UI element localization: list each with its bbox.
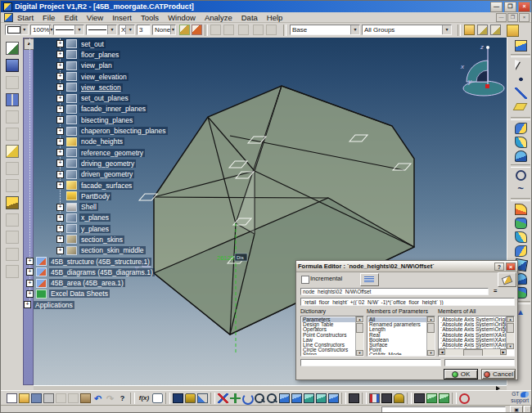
spline-tool-icon[interactable]: ~ [515,184,527,195]
revolve-surface-icon[interactable] [515,137,527,148]
undo-icon[interactable] [92,393,103,403]
expand-icon[interactable] [56,247,64,254]
render-style-icon[interactable] [349,393,359,403]
workbench-combo[interactable]: Base [290,25,360,35]
tree-item-facade-inner-planes[interactable]: facade_inner_planes [24,104,208,114]
scroll-right-icon[interactable] [500,349,507,355]
zoom-in-icon[interactable] [255,393,264,403]
context-help-icon[interactable]: ? [117,393,128,403]
child-minimize-button[interactable]: — [496,13,507,22]
save-icon[interactable] [31,393,42,403]
expand-icon[interactable] [56,116,64,123]
line-tool-icon[interactable] [515,88,527,99]
iso-view-icon[interactable] [304,393,314,403]
menu-window[interactable]: Window [168,13,196,22]
scroll-thumb[interactable] [427,323,435,333]
multi-view-icon[interactable] [291,393,302,403]
close-button[interactable]: × [518,2,530,12]
expand-icon[interactable] [56,182,64,189]
scroll-down-icon[interactable] [507,343,514,349]
point-tool-icon[interactable] [515,74,527,85]
expand-icon[interactable] [56,51,64,58]
fit-all-icon[interactable] [218,393,228,403]
expand-icon[interactable] [24,301,31,308]
tree-item-section-skin-middle[interactable]: section_skin_middle [24,245,208,256]
expand-icon[interactable] [56,95,64,102]
menu-file[interactable]: File [43,13,55,22]
zoom-out-icon[interactable] [267,393,277,403]
painter-icon[interactable] [179,25,190,35]
catalog-folder-icon[interactable] [464,25,475,35]
expand-icon[interactable] [56,236,64,243]
apply-material-icon[interactable] [414,393,425,403]
extrude-surface-icon[interactable] [515,123,527,134]
tag2-icon[interactable] [490,25,501,35]
menu-help[interactable]: Help [267,13,283,22]
minimize-button[interactable]: — [490,2,503,12]
tag-icon[interactable] [477,25,488,35]
expand-icon[interactable] [56,225,64,232]
wizard-icon[interactable] [192,25,202,35]
split-tool-icon[interactable] [515,245,527,257]
tree-item-45b-diagrams[interactable]: 45B_diagrams (45B_diagrams.1) [24,267,208,277]
scrollbar[interactable] [506,316,514,349]
expand-icon[interactable] [26,280,34,287]
expand-icon[interactable] [26,258,34,265]
help-button[interactable]: ? [494,263,504,271]
dictionary-list[interactable]: Parameters Design Table Operators Point … [300,316,364,357]
scroll-left-icon[interactable] [439,349,445,355]
scroll-up-icon[interactable] [427,316,435,322]
opacity-combo[interactable]: 100% [30,25,52,35]
columns-tool-icon[interactable] [6,93,19,106]
plane-tool-icon[interactable] [512,103,527,110]
list-item[interactable]: String [302,352,356,355]
groups-combo[interactable]: All Groups [362,25,452,35]
menu-tools[interactable]: Tools [141,13,159,22]
tree-item-view-section[interactable]: view_section [24,82,208,92]
tree-item-45b-area[interactable]: 45B_area (45B_area.1) [24,278,208,289]
tree-item-facade-surfaces[interactable]: facade_surfaces [24,180,208,191]
power-input[interactable] [381,406,506,413]
workbench-box-icon[interactable] [507,25,519,37]
sketch-tool-icon[interactable] [6,42,19,55]
iso-view-cube-icon[interactable] [515,40,527,52]
tree-item-shell[interactable]: Shell [24,201,208,212]
tree-item-chaperon-bisecting-planes[interactable]: chaperon_bisecting_planes [24,125,208,136]
scroll-thumb[interactable] [356,323,363,333]
incremental-checkbox[interactable] [301,276,309,284]
members-all-list[interactable]: `Absolute Axis System\Origin\X` `Absolut… [438,316,515,357]
thickness-combo[interactable]: 3 [137,25,151,35]
circle-tool-icon[interactable] [516,170,526,181]
tree-item-applications[interactable]: Applications [24,299,208,310]
tree-item-section-skins[interactable]: section_skins [24,234,208,245]
expand-icon[interactable] [56,138,64,146]
wireframe-view-icon[interactable] [328,393,339,403]
ok-button[interactable]: OK [444,369,478,379]
parameter-name-field[interactable]: node_heights\02_N/W\Offset [300,288,489,295]
eraser-tool-icon[interactable] [6,145,19,158]
tree-item-y-planes[interactable]: y_planes [24,223,208,234]
rotate-icon[interactable] [242,393,254,405]
expand-icon[interactable] [56,214,64,222]
annotation-icon[interactable] [152,393,163,403]
menu-data[interactable]: Data [241,13,258,22]
expand-icon[interactable] [56,105,64,113]
menu-insert[interactable]: Insert [112,13,132,22]
design-table-icon[interactable] [197,393,208,403]
pan-icon[interactable] [230,393,241,403]
scrollbar[interactable] [355,316,363,356]
line-type-combo[interactable] [53,25,84,35]
open-folder-icon[interactable] [19,393,29,403]
green-cube-1-icon[interactable] [426,393,437,403]
menu-analyze[interactable]: Analyze [205,13,232,22]
menu-view[interactable]: View [87,13,103,22]
child-restore-button[interactable]: ❐ [507,13,518,22]
expand-icon[interactable] [56,128,64,135]
scroll-up-icon[interactable] [507,316,514,322]
tree-item-x-planes[interactable]: x_planes [24,213,208,223]
tree-item-floor-planes[interactable]: floor_planes [24,49,208,60]
color-combo[interactable] [5,25,29,35]
blend-surface-icon[interactable] [515,231,527,243]
tree-item-node-heights[interactable]: node_heights [24,137,208,147]
compass[interactable]: z x y [460,43,504,96]
